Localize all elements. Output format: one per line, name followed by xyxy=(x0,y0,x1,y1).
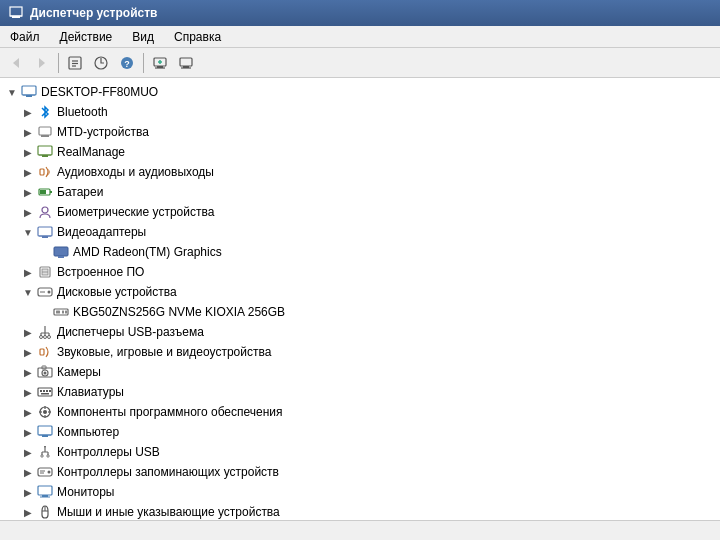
svg-rect-35 xyxy=(58,256,64,258)
mouse-label: Мыши и иные указывающие устройства xyxy=(57,505,280,519)
tree-item-keyboard[interactable]: ▶ Клавиатуры xyxy=(0,382,720,402)
tree-item-usb-hub[interactable]: ▶ Диспетчеры USB-разъема xyxy=(0,322,720,342)
svg-rect-58 xyxy=(49,390,51,392)
realmanage-expand-icon: ▶ xyxy=(20,144,36,160)
amd-icon xyxy=(52,244,70,260)
firmware-icon xyxy=(36,264,54,280)
keyboard-icon xyxy=(36,384,54,400)
svg-rect-56 xyxy=(43,390,45,392)
storage-ctrl-icon xyxy=(36,464,54,480)
svg-rect-75 xyxy=(38,486,52,495)
tree-item-software[interactable]: ▶ Компоненты программного обеспечения xyxy=(0,402,720,422)
tree-item-battery[interactable]: ▶ Батареи xyxy=(0,182,720,202)
svg-rect-29 xyxy=(40,190,46,194)
tree-item-mouse[interactable]: ▶ Мыши и иные указывающие устройства xyxy=(0,502,720,520)
svg-rect-22 xyxy=(41,135,49,137)
realmanage-icon xyxy=(36,144,54,160)
svg-rect-31 xyxy=(38,227,52,236)
keyboard-expand-icon: ▶ xyxy=(20,384,36,400)
tree-item-realmanage[interactable]: ▶ RealManage xyxy=(0,142,720,162)
tree-item-nvme[interactable]: ▶ KBG50ZNS256G NVMe KIOXIA 256GB xyxy=(0,302,720,322)
tree-item-camera[interactable]: ▶ Камеры xyxy=(0,362,720,382)
svg-rect-55 xyxy=(40,390,42,392)
menu-view[interactable]: Вид xyxy=(126,28,160,46)
svg-rect-70 xyxy=(47,455,49,457)
video-label: Видеоадаптеры xyxy=(57,225,146,239)
svg-rect-34 xyxy=(54,247,68,256)
tree-item-firmware[interactable]: ▶ Встроенное ПО xyxy=(0,262,720,282)
tree-item-sound[interactable]: ▶ Звуковые, игровые и видеоустройства xyxy=(0,342,720,362)
window-title: Диспетчер устройств xyxy=(30,6,157,20)
tree-item-mtd[interactable]: ▶ MTD-устройства xyxy=(0,122,720,142)
svg-rect-49 xyxy=(40,349,44,355)
svg-point-61 xyxy=(43,410,47,414)
menu-help[interactable]: Справка xyxy=(168,28,227,46)
svg-rect-57 xyxy=(46,390,48,392)
nvme-label: KBG50ZNS256G NVMe KIOXIA 256GB xyxy=(73,305,285,319)
tree-item-storage-ctrl[interactable]: ▶ Контроллеры запоминающих устройств xyxy=(0,462,720,482)
sound-expand-icon: ▶ xyxy=(20,344,36,360)
root-computer-icon xyxy=(20,84,38,100)
svg-marker-3 xyxy=(13,58,19,68)
toolbar: ? xyxy=(0,48,720,78)
svg-point-30 xyxy=(42,207,48,213)
video-icon xyxy=(36,224,54,240)
svg-rect-69 xyxy=(41,455,43,457)
audio-label: Аудиовходы и аудиовыходы xyxy=(57,165,214,179)
svg-rect-21 xyxy=(39,127,51,135)
mtd-label: MTD-устройства xyxy=(57,125,149,139)
computer2-icon xyxy=(36,424,54,440)
device-properties-button[interactable] xyxy=(174,51,198,75)
video-expand-icon: ▼ xyxy=(20,224,36,240)
amd-label: AMD Radeon(TM) Graphics xyxy=(73,245,222,259)
software-label: Компоненты программного обеспечения xyxy=(57,405,283,419)
scan-hardware-button[interactable] xyxy=(148,51,172,75)
back-button[interactable] xyxy=(4,51,28,75)
disk-expand-icon: ▼ xyxy=(20,284,36,300)
svg-rect-44 xyxy=(62,311,64,314)
audio-icon xyxy=(36,164,54,180)
software-icon xyxy=(36,404,54,420)
tree-item-audio[interactable]: ▶ Аудиовходы и аудиовыходы xyxy=(0,162,720,182)
svg-rect-59 xyxy=(41,393,49,395)
mtd-expand-icon: ▶ xyxy=(20,124,36,140)
tree-item-monitor[interactable]: ▶ Мониторы xyxy=(0,482,720,502)
keyboard-label: Клавиатуры xyxy=(57,385,124,399)
mtd-icon xyxy=(36,124,54,140)
menu-action[interactable]: Действие xyxy=(54,28,119,46)
biometric-icon xyxy=(36,204,54,220)
tree-item-disk[interactable]: ▼ Дисковые устройства xyxy=(0,282,720,302)
nvme-icon xyxy=(52,304,70,320)
tree-item-computer[interactable]: ▶ Компьютер xyxy=(0,422,720,442)
software-expand-icon: ▶ xyxy=(20,404,36,420)
svg-point-40 xyxy=(48,291,51,294)
mouse-expand-icon: ▶ xyxy=(20,504,36,520)
tree-item-usb-ctrl[interactable]: ▶ Контроллеры USB xyxy=(0,442,720,462)
monitor-icon xyxy=(36,484,54,500)
update-driver-button[interactable] xyxy=(89,51,113,75)
device-tree[interactable]: ▼ DESKTOP-FF80MUO ▶ xyxy=(0,78,720,520)
svg-point-47 xyxy=(44,336,47,339)
menu-file[interactable]: Файл xyxy=(4,28,46,46)
properties-button[interactable] xyxy=(63,51,87,75)
tree-item-video[interactable]: ▼ Видеоадаптеры xyxy=(0,222,720,242)
tree-item-biometric[interactable]: ▶ Биометрические устройства xyxy=(0,202,720,222)
monitor-label: Мониторы xyxy=(57,485,114,499)
computer-expand-icon: ▶ xyxy=(20,424,36,440)
svg-rect-26 xyxy=(40,169,44,175)
biometric-expand-icon: ▶ xyxy=(20,204,36,220)
tree-item-amd[interactable]: ▶ AMD Radeon(TM) Graphics xyxy=(0,242,720,262)
mouse-icon xyxy=(36,504,54,520)
camera-label: Камеры xyxy=(57,365,101,379)
forward-button[interactable] xyxy=(30,51,54,75)
svg-point-72 xyxy=(48,471,51,474)
title-bar-icon xyxy=(8,5,24,21)
storage-ctrl-label: Контроллеры запоминающих устройств xyxy=(57,465,279,479)
toolbar-separator-1 xyxy=(58,53,59,73)
usb-ctrl-icon xyxy=(36,444,54,460)
root-label: DESKTOP-FF80MUO xyxy=(41,85,158,99)
tree-item-bluetooth[interactable]: ▶ Bluetooth xyxy=(0,102,720,122)
tree-root[interactable]: ▼ DESKTOP-FF80MUO xyxy=(0,82,720,102)
help-button[interactable]: ? xyxy=(115,51,139,75)
svg-rect-18 xyxy=(22,86,36,95)
